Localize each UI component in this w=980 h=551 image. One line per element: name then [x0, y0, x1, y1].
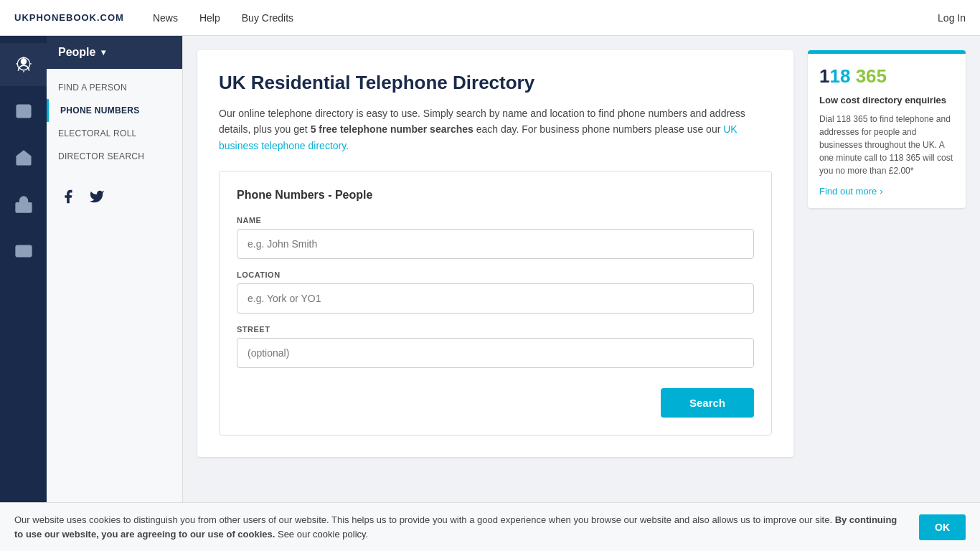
cookie-ok-button[interactable]: OK	[919, 514, 966, 540]
sidebar-icon-marketing[interactable]	[0, 230, 47, 273]
nav-links: News Help Buy Credits	[153, 12, 938, 24]
ad-link-text: Find out more	[819, 186, 877, 197]
sidebar-item-phone-numbers[interactable]: Phone Numbers	[47, 99, 182, 122]
sidebar-icon-addresses[interactable]	[0, 136, 47, 179]
ad-tagline: Low cost directory enquiries	[819, 95, 954, 105]
sidebar-icon-businesses[interactable]	[0, 183, 47, 226]
svg-rect-11	[21, 159, 26, 164]
svg-point-19	[26, 251, 29, 255]
page-layout: People ▾ Find a Person Phone Numbers Ele…	[0, 36, 980, 551]
icon-sidebar	[0, 36, 47, 551]
login-link[interactable]: Log In	[938, 12, 966, 24]
street-label: STREET	[237, 325, 754, 334]
description-bold: 5 free telephone number searches	[311, 123, 473, 135]
sidebar-item-electoral-roll[interactable]: Electoral Roll	[47, 122, 182, 145]
site-logo[interactable]: UKPHONEBOOK.COM	[14, 12, 124, 23]
social-links	[47, 175, 182, 218]
sidebar-icon-people[interactable]	[0, 43, 47, 86]
nav-news[interactable]: News	[153, 12, 178, 24]
ad-logo: 118 365	[819, 65, 954, 88]
top-navigation: UKPHONEBOOK.COM News Help Buy Credits Lo…	[0, 0, 980, 36]
cookie-banner: Our website uses cookies to distinguish …	[0, 502, 980, 551]
page-description: Our online telephone directory is easy t…	[219, 105, 772, 154]
sidebar-menu: Find a Person Phone Numbers Electoral Ro…	[47, 69, 182, 175]
location-label: LOCATION	[237, 270, 754, 279]
main-content: UK Residential Telephone Directory Our o…	[183, 36, 980, 551]
facebook-icon[interactable]	[58, 187, 78, 207]
sidebar-icon-verification[interactable]	[0, 90, 47, 133]
ad-panel: 118 365 Low cost directory enquiries Dia…	[808, 50, 966, 208]
street-field-group: STREET	[237, 325, 754, 368]
sidebar-item-director-search[interactable]: Director Search	[47, 145, 182, 168]
cookie-text-plain: Our website uses cookies to distinguish …	[14, 514, 835, 525]
svg-point-8	[19, 108, 23, 111]
ad-link-arrow: ›	[880, 186, 882, 197]
ad-content: 118 365 Low cost directory enquiries Dia…	[808, 54, 966, 208]
name-label: NAME	[237, 216, 754, 225]
search-form-card: Phone Numbers - People NAME LOCATION STR…	[219, 171, 772, 435]
cookie-policy-link[interactable]: See our cookie policy.	[275, 529, 368, 540]
text-sidebar: People ▾ Find a Person Phone Numbers Ele…	[47, 36, 183, 551]
form-title: Phone Numbers - People	[237, 189, 754, 202]
twitter-icon[interactable]	[87, 187, 107, 207]
page-title: UK Residential Telephone Directory	[219, 72, 772, 94]
ad-logo-118: 1	[819, 65, 829, 87]
street-input[interactable]	[237, 338, 754, 368]
chevron-down-icon: ▾	[101, 47, 105, 57]
nav-help[interactable]: Help	[199, 12, 220, 24]
name-field-group: NAME	[237, 216, 754, 259]
ad-find-out-more-link[interactable]: Find out more ›	[819, 186, 954, 197]
location-field-group: LOCATION	[237, 270, 754, 314]
content-area: UK Residential Telephone Directory Our o…	[197, 50, 793, 457]
nav-buy-credits[interactable]: Buy Credits	[242, 12, 293, 24]
description-text-2: each day. For business phone numbers ple…	[473, 123, 723, 135]
ad-description: Dial 118 365 to find telephone and addre…	[819, 113, 954, 177]
search-button[interactable]: Search	[661, 388, 754, 418]
sidebar-item-find-person[interactable]: Find a Person	[47, 76, 182, 99]
ad-logo-365: 365	[856, 65, 887, 87]
name-input[interactable]	[237, 229, 754, 259]
sidebar-people-header[interactable]: People ▾	[47, 36, 182, 69]
location-input[interactable]	[237, 283, 754, 314]
sidebar-header-label: People	[58, 46, 95, 59]
cookie-text: Our website uses cookies to distinguish …	[14, 513, 905, 541]
ad-logo-18: 18	[829, 65, 850, 87]
